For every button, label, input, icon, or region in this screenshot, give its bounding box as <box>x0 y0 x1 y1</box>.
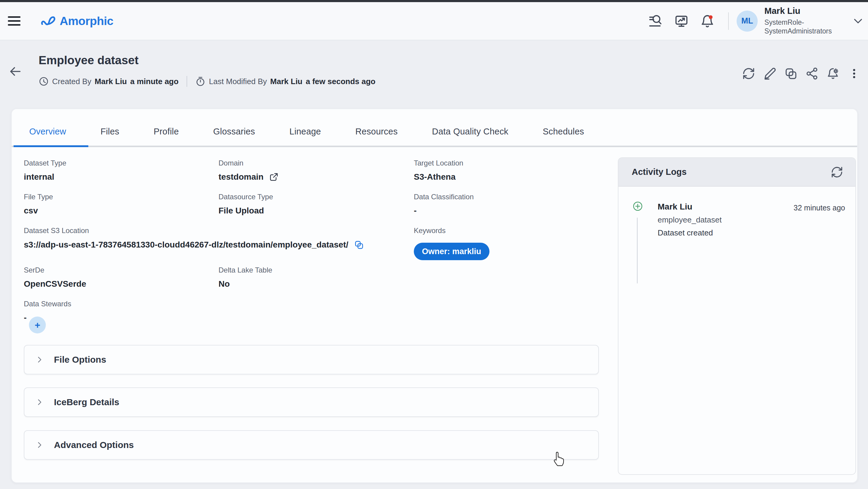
copy-icon[interactable] <box>784 66 798 81</box>
activity-logs-title: Activity Logs <box>632 167 687 177</box>
user-role-line2: SystemAdministrators <box>764 27 832 36</box>
activity-object: employee_dataset <box>658 215 721 224</box>
field-value: csv <box>24 206 53 216</box>
tab-glossaries[interactable]: Glossaries <box>213 127 255 136</box>
tab-profile[interactable]: Profile <box>154 127 179 136</box>
field-delta-lake: Delta Lake Table No <box>218 266 272 289</box>
chevron-down-icon[interactable] <box>853 18 863 25</box>
field-s3-location: Dataset S3 Location s3://adp-us-east-1-7… <box>24 226 364 250</box>
notification-dot <box>709 15 712 19</box>
field-data-stewards: Data Stewards - + <box>24 300 71 333</box>
field-label: Dataset S3 Location <box>24 226 364 235</box>
tab-data-quality-check[interactable]: Data Quality Check <box>432 127 508 136</box>
field-target-location: Target Location S3-Athena <box>414 159 463 182</box>
field-value: - <box>24 313 27 323</box>
chevron-right-icon <box>35 440 44 450</box>
field-label: Data Classification <box>414 193 474 201</box>
created-by-label: Created By <box>52 77 91 86</box>
field-label: Datasource Type <box>218 193 273 201</box>
copy-path-icon[interactable] <box>354 240 364 250</box>
field-label: Data Stewards <box>24 300 71 308</box>
field-label: Target Location <box>414 159 463 167</box>
meta-divider <box>187 76 187 87</box>
user-profile[interactable]: Mark Liu SystemRole- SystemAdministrator… <box>764 7 832 36</box>
modified-by-time: a few seconds ago <box>306 77 375 86</box>
field-value: File Upload <box>218 206 273 216</box>
external-link-icon[interactable] <box>269 172 278 182</box>
chevron-right-icon <box>35 355 44 365</box>
header-right: ML Mark Liu SystemRole- SystemAdministra… <box>643 7 864 36</box>
activity-user: Mark Liu <box>658 202 692 212</box>
tab-overview[interactable]: Overview <box>29 127 66 136</box>
field-label: Domain <box>218 159 278 167</box>
field-value: S3-Athena <box>414 172 463 182</box>
edit-icon[interactable] <box>763 66 777 81</box>
tab-bar: Overview Files Profile Glossaries Lineag… <box>12 109 857 147</box>
timeline-plus-icon <box>632 201 643 212</box>
field-dataset-type: Dataset Type internal <box>24 159 66 182</box>
refresh-icon[interactable] <box>741 66 756 81</box>
search-icon[interactable] <box>648 13 663 29</box>
field-label: Keywords <box>414 226 490 235</box>
chevron-right-icon <box>35 397 44 407</box>
accordion-label: File Options <box>54 355 106 365</box>
notifications-icon[interactable] <box>700 13 715 29</box>
accordion-iceberg-details[interactable]: IceBerg Details <box>24 388 599 417</box>
user-role-line1: SystemRole- <box>764 18 832 27</box>
activity-logs-header: Activity Logs <box>618 158 855 187</box>
accordion-label: Advanced Options <box>54 440 134 450</box>
window-top-strip <box>0 0 868 2</box>
menu-button[interactable] <box>8 13 23 29</box>
tab-underline <box>12 146 857 147</box>
keyword-badge[interactable]: Owner: markliu <box>414 243 490 260</box>
amorphic-logo[interactable]: Amorphic <box>41 14 113 28</box>
share-icon[interactable] <box>805 66 819 81</box>
stopwatch-icon <box>195 76 206 87</box>
page-head: Employee dataset Created By Mark Liu a m… <box>0 40 868 109</box>
field-label: SerDe <box>24 266 86 274</box>
field-label: Dataset Type <box>24 159 66 167</box>
field-file-type: File Type csv <box>24 193 53 216</box>
activity-time: 32 minutes ago <box>794 204 845 212</box>
field-keywords: Keywords Owner: markliu <box>414 226 490 260</box>
header-divider <box>728 12 729 30</box>
kebab-menu-icon[interactable] <box>847 66 861 81</box>
app-window: Amorphic <box>0 0 868 489</box>
logo-text: Amorphic <box>60 14 113 28</box>
tab-lineage[interactable]: Lineage <box>289 127 321 136</box>
alert-settings-icon[interactable] <box>826 66 840 81</box>
accordion-advanced-options[interactable]: Advanced Options <box>24 430 599 460</box>
active-tab-underline <box>13 145 88 147</box>
field-domain: Domain testdomain <box>218 159 278 182</box>
meta-row: Created By Mark Liu a minute ago Last Mo… <box>38 76 375 87</box>
field-serde: SerDe OpenCSVSerde <box>24 266 86 289</box>
app-header: Amorphic <box>0 2 868 40</box>
domain-link[interactable]: testdomain <box>218 172 264 182</box>
plus-icon: + <box>35 319 40 331</box>
modified-by-label: Last Modified By <box>209 77 267 86</box>
user-name: Mark Liu <box>764 7 832 16</box>
field-value: OpenCSVSerde <box>24 279 86 289</box>
created-by-time: a minute ago <box>130 77 179 86</box>
field-value: - <box>414 206 474 216</box>
avatar[interactable]: ML <box>737 10 758 32</box>
field-value: No <box>218 279 272 289</box>
avatar-initials: ML <box>741 16 753 26</box>
tab-schedules[interactable]: Schedules <box>543 127 584 136</box>
modified-by-user: Mark Liu <box>270 77 303 86</box>
accordion-file-options[interactable]: File Options <box>24 345 599 374</box>
amorphic-logo-icon <box>41 14 57 28</box>
back-arrow-icon[interactable] <box>8 64 22 79</box>
activity-refresh-icon[interactable] <box>830 165 844 179</box>
dashboard-icon[interactable] <box>674 13 689 29</box>
field-data-classification: Data Classification - <box>414 193 474 216</box>
tab-resources[interactable]: Resources <box>355 127 398 136</box>
add-steward-button[interactable]: + <box>29 316 46 333</box>
field-label: Delta Lake Table <box>218 266 272 274</box>
field-value: internal <box>24 172 66 182</box>
tab-files[interactable]: Files <box>100 127 119 136</box>
content-card: Overview Files Profile Glossaries Lineag… <box>11 109 858 483</box>
created-by-user: Mark Liu <box>95 77 127 86</box>
accordion-label: IceBerg Details <box>54 397 119 407</box>
page-actions <box>741 66 861 81</box>
